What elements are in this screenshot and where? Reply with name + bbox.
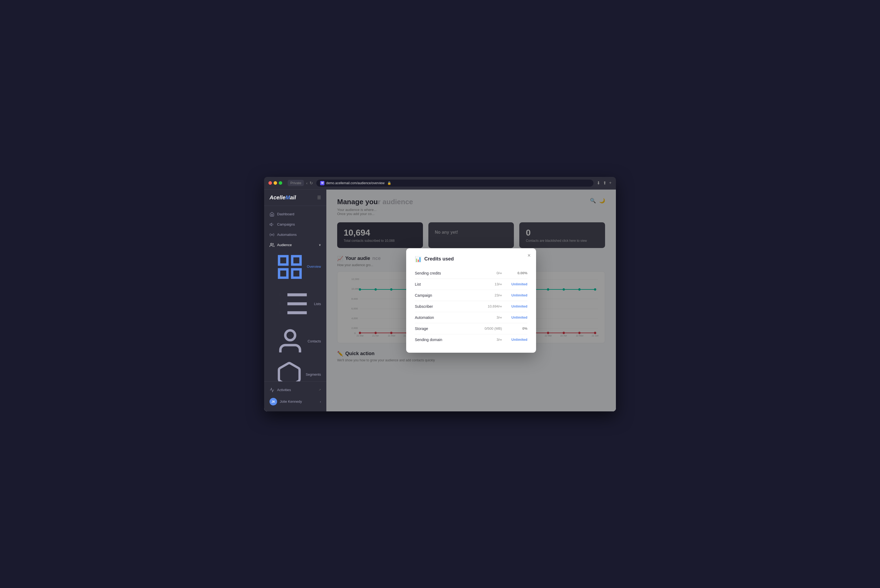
credit-usage-storage: 0/500 (MB) <box>485 327 502 330</box>
browser-nav: Private ‹ ↻ <box>288 180 313 186</box>
browser-actions: ⬇ ⬆ + <box>597 180 611 186</box>
sidebar-item-lists[interactable]: Lists <box>264 284 326 324</box>
sidebar-item-contacts[interactable]: Contacts <box>264 324 326 358</box>
svg-rect-6 <box>292 269 300 278</box>
lists-icon <box>275 286 311 322</box>
sidebar-item-automations[interactable]: Automations <box>264 230 326 240</box>
credit-label-sending-domain: Sending domain <box>415 338 497 342</box>
nav-reload-button[interactable]: ↻ <box>309 181 313 186</box>
traffic-light-yellow[interactable] <box>273 181 277 185</box>
sidebar-item-dashboard[interactable]: Dashboard <box>264 209 326 219</box>
credit-label-sending: Sending credits <box>415 271 497 275</box>
sidebar-bottom: Activities ↗ JK Jolie Kennedy › <box>264 381 326 411</box>
credit-row-campaign: Campaign 23/∞ Unlimited <box>415 290 527 301</box>
url-text: demo.acellemail.com/audience/overview <box>326 181 384 185</box>
sidebar-item-overview-label: Overview <box>307 265 321 268</box>
app-container: AcelleMail ☰ Dashboard Campaigns Automat… <box>264 190 616 411</box>
sidebar-logo: AcelleMail ☰ <box>264 190 326 206</box>
sidebar-item-contacts-label: Contacts <box>308 339 321 343</box>
megaphone-icon <box>270 222 275 227</box>
credits-modal: 📊 Credits used × Sending credits 0/∞ 0.0… <box>406 248 536 353</box>
sidebar-item-segments-label: Segments <box>306 373 321 376</box>
sidebar-item-dashboard-label: Dashboard <box>277 212 294 216</box>
audience-chevron-icon: ∨ <box>319 243 321 247</box>
sidebar-nav: Dashboard Campaigns Automations Audience… <box>264 206 326 381</box>
external-link-icon: ↗ <box>318 388 321 392</box>
logo-text: AcelleMail <box>270 195 296 201</box>
main-content: Manage your audience Your audience is wh… <box>326 190 616 411</box>
credit-row-list: List 13/∞ Unlimited <box>415 279 527 290</box>
nav-back-button[interactable]: ‹ <box>306 181 308 185</box>
credit-label-campaign: Campaign <box>415 293 495 297</box>
activities-icon <box>270 388 275 393</box>
credit-row-automation: Automation 3/∞ Unlimited <box>415 312 527 323</box>
credit-usage-subscriber: 10,694/∞ <box>488 304 502 308</box>
sidebar-item-audience[interactable]: Audience ∨ <box>264 240 326 250</box>
credit-usage-list: 13/∞ <box>495 282 502 286</box>
credit-row-sending: Sending credits 0/∞ 0.00% <box>415 268 527 279</box>
svg-rect-3 <box>279 256 287 264</box>
credit-value-automation: Unlimited <box>506 315 527 320</box>
sidebar-item-overview[interactable]: Overview <box>264 250 326 284</box>
credit-label-storage: Storage <box>415 327 485 331</box>
svg-marker-0 <box>270 223 272 226</box>
credit-value-campaign: Unlimited <box>506 293 527 297</box>
sidebar-item-segments[interactable]: Segments <box>264 358 326 381</box>
sidebar: AcelleMail ☰ Dashboard Campaigns Automat… <box>264 190 326 411</box>
new-tab-icon[interactable]: + <box>609 180 611 186</box>
traffic-light-red[interactable] <box>269 181 272 185</box>
credit-label-subscriber: Subscriber <box>415 304 488 309</box>
overview-icon <box>275 253 304 281</box>
credit-usage-sending-domain: 3/∞ <box>497 338 502 342</box>
sidebar-item-campaigns-label: Campaigns <box>277 222 295 226</box>
lock-icon: 🔒 <box>387 181 391 185</box>
user-chevron-icon: › <box>320 400 321 403</box>
credit-value-list: Unlimited <box>506 282 527 286</box>
site-icon: M <box>320 181 324 185</box>
modal-icon: 📊 <box>415 256 422 262</box>
traffic-lights <box>269 181 282 185</box>
modal-title: Credits used <box>424 256 454 262</box>
credit-value-sending: 0.00% <box>506 271 527 275</box>
browser-window: Private ‹ ↻ M demo.acellemail.com/audien… <box>264 177 616 411</box>
sidebar-item-audience-label: Audience <box>277 243 292 247</box>
credit-value-sending-domain: Unlimited <box>506 338 527 342</box>
avatar: JK <box>270 398 277 405</box>
tab-label: Private <box>290 181 301 185</box>
sidebar-item-automations-label: Automations <box>277 232 297 237</box>
credit-row-storage: Storage 0/500 (MB) 0% <box>415 323 527 334</box>
sidebar-item-activities-label: Activities <box>277 388 291 392</box>
svg-rect-4 <box>292 256 300 264</box>
modal-close-button[interactable]: × <box>527 253 531 258</box>
traffic-light-green[interactable] <box>279 181 282 185</box>
browser-tab[interactable]: Private <box>288 180 304 186</box>
credit-row-subscriber: Subscriber 10,694/∞ Unlimited <box>415 301 527 312</box>
svg-point-1 <box>272 234 273 235</box>
modal-header: 📊 Credits used <box>415 256 527 262</box>
sidebar-item-campaigns[interactable]: Campaigns <box>264 219 326 230</box>
svg-point-13 <box>285 330 295 340</box>
credit-value-storage: 0% <box>506 327 527 330</box>
credit-usage-sending: 0/∞ <box>497 271 502 275</box>
svg-rect-5 <box>279 269 287 278</box>
home-icon <box>270 212 275 217</box>
credit-row-sending-domain: Sending domain 3/∞ Unlimited <box>415 334 527 345</box>
download-icon[interactable]: ⬇ <box>597 180 600 186</box>
user-name: Jolie Kennedy <box>280 399 302 404</box>
sidebar-item-activities[interactable]: Activities ↗ <box>264 385 326 395</box>
modal-overlay[interactable]: 📊 Credits used × Sending credits 0/∞ 0.0… <box>326 190 616 411</box>
user-profile-item[interactable]: JK Jolie Kennedy › <box>264 395 326 408</box>
contacts-icon <box>275 327 305 356</box>
sidebar-item-lists-label: Lists <box>314 302 321 306</box>
segments-icon <box>275 361 303 381</box>
share-icon[interactable]: ⬆ <box>603 180 607 186</box>
credit-value-subscriber: Unlimited <box>506 304 527 308</box>
credit-label-list: List <box>415 282 495 286</box>
audience-icon <box>270 243 275 248</box>
credit-usage-automation: 3/∞ <box>497 315 502 320</box>
browser-chrome: Private ‹ ↻ M demo.acellemail.com/audien… <box>264 177 616 190</box>
address-bar[interactable]: M demo.acellemail.com/audience/overview … <box>316 180 593 187</box>
credit-label-automation: Automation <box>415 315 497 320</box>
sidebar-toggle-button[interactable]: ☰ <box>317 195 321 200</box>
credit-usage-campaign: 23/∞ <box>495 293 502 297</box>
